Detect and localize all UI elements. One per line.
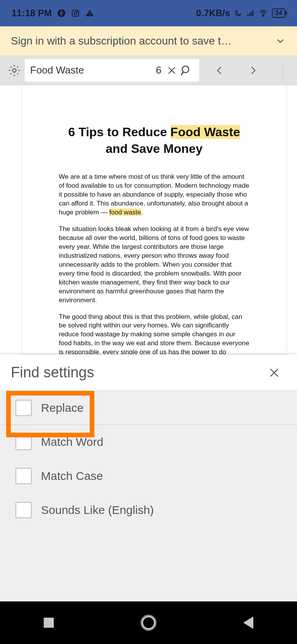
next-result-icon[interactable] — [244, 62, 262, 79]
svg-rect-8 — [251, 12, 252, 16]
signal-icon — [246, 9, 255, 17]
data-rate: 0.7KB/s — [196, 8, 230, 19]
svg-rect-6 — [247, 15, 248, 16]
signin-banner[interactable]: Sign in with a subscription account to s… — [0, 26, 297, 56]
doc-paragraph: We are at a time where most of us think … — [59, 173, 249, 217]
svg-point-11 — [12, 69, 16, 72]
svg-point-3 — [77, 11, 78, 12]
option-sounds-like[interactable]: Sounds Like (English) — [0, 493, 297, 527]
back-button[interactable] — [243, 617, 253, 629]
checkbox[interactable] — [15, 502, 32, 518]
checkbox[interactable] — [15, 468, 32, 484]
panel-header: Find settings — [0, 355, 297, 391]
close-panel-icon[interactable] — [265, 364, 283, 382]
instagram-icon — [71, 9, 80, 17]
search-count: 6 — [156, 64, 161, 76]
doc-title: 6 Tips to Reduce Food Waste and Save Mon… — [59, 124, 249, 157]
find-toolbar: 6 — [0, 56, 297, 85]
status-right: 0.7KB/s 34 — [196, 8, 285, 19]
option-match-case[interactable]: Match Case — [0, 459, 297, 493]
chevron-down-icon — [275, 35, 286, 47]
doc-paragraph: The good thing about this is that this p… — [59, 313, 249, 355]
recent-apps-button[interactable] — [44, 618, 54, 628]
wifi-icon — [259, 9, 268, 18]
search-icon[interactable] — [178, 62, 194, 79]
facebook-icon — [57, 9, 66, 17]
system-nav-bar — [0, 601, 297, 644]
battery-icon: 34 — [272, 9, 285, 18]
moon-icon — [234, 9, 242, 17]
option-label: Match Case — [41, 469, 103, 483]
svg-line-15 — [181, 72, 184, 75]
search-box: 6 — [25, 59, 199, 82]
gear-icon[interactable] — [8, 62, 21, 79]
svg-rect-9 — [253, 10, 254, 16]
svg-rect-4 — [89, 12, 90, 14]
prev-result-icon[interactable] — [211, 62, 229, 79]
home-button[interactable] — [142, 616, 155, 630]
option-label: Sounds Like (English) — [41, 504, 154, 517]
option-label: Match Word — [41, 435, 103, 449]
status-time: 11:18 PM — [12, 8, 52, 19]
banner-text: Sign in with a subscription account to s… — [11, 35, 232, 47]
doc-paragraph: The situation looks bleak when looking a… — [59, 225, 249, 305]
svg-point-10 — [263, 15, 264, 17]
search-input[interactable] — [30, 64, 156, 76]
clear-search-icon[interactable] — [165, 62, 178, 79]
find-nav — [211, 62, 297, 79]
document[interactable]: 6 Tips to Reduce Food Waste and Save Mon… — [21, 85, 287, 355]
status-left: 11:18 PM — [12, 8, 94, 19]
highlighted-text: food waste — [109, 209, 141, 216]
svg-rect-7 — [249, 13, 250, 16]
divider — [283, 63, 283, 77]
svg-point-2 — [74, 12, 77, 14]
svg-rect-5 — [89, 15, 90, 15]
tutorial-highlight — [6, 391, 94, 437]
highlighted-text: Food Waste — [171, 125, 240, 139]
warning-icon — [85, 9, 94, 18]
svg-point-14 — [183, 66, 189, 72]
panel-title: Find settings — [11, 364, 94, 381]
status-bar: 11:18 PM 0.7KB/s 34 — [0, 0, 297, 26]
